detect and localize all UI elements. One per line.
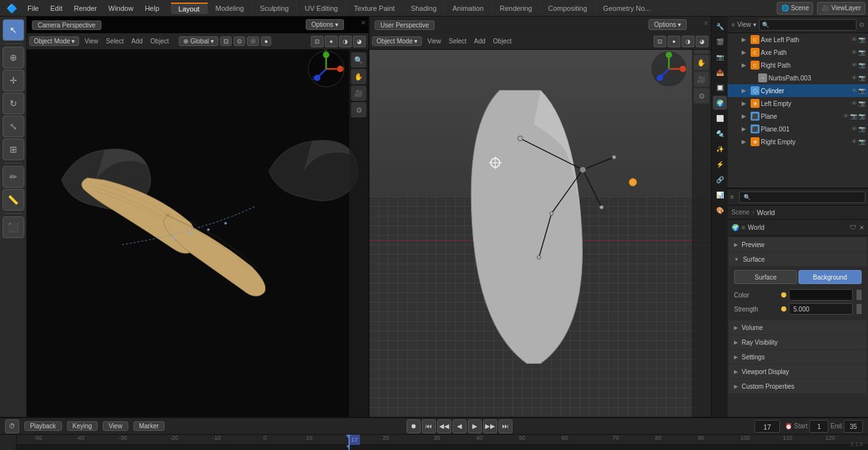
outliner-view-btn[interactable]: View ▾ [737,21,756,28]
outliner-filter-icon[interactable]: ⊙ [859,21,864,28]
timeline-type-icon[interactable]: ⏱ [5,419,19,433]
ray-visibility-header[interactable]: ▶ Ray Visibility [729,335,867,349]
vp-left-material[interactable]: ◑ [339,36,352,47]
menu-window[interactable]: Window [103,3,138,13]
menu-render[interactable]: Render [69,3,102,13]
playback-last[interactable]: ⏭ [498,419,513,433]
vp-left-solid[interactable]: ● [325,36,338,47]
vp-right-solid[interactable]: ● [668,36,680,47]
vp-left-global[interactable]: ⊕ Global ▾ [179,36,218,46]
vp-left-object-mode[interactable]: Object Mode ▾ [29,36,79,46]
vp-left-orbit[interactable]: 🎥 [351,86,366,101]
plane001-eye[interactable]: 👁 [851,126,857,132]
vp-right-view[interactable]: View [424,37,444,45]
menu-file[interactable]: File [22,3,44,13]
tab-render[interactable]: 📷 [713,50,727,64]
axe-path-eye[interactable]: 👁 [851,49,857,56]
playback-first[interactable]: ⏮ [422,419,436,433]
vp-right-object-mode[interactable]: Object Mode ▾ [372,36,422,46]
color-menu-btn[interactable] [857,290,862,300]
tab-modeling[interactable]: Modeling [208,3,253,13]
axe-left-path-camera[interactable]: 📷 [858,36,865,43]
nurbspath-camera[interactable]: 📷 [858,75,865,81]
viewport-camera[interactable]: Camera Perspective (17) Scene Collection… [27,17,370,417]
vp-left-gizmo[interactable]: X Y Z [307,50,345,88]
tab-layout[interactable]: Layout [171,3,208,14]
viewport-display-header[interactable]: ▶ Viewport Display [729,364,867,379]
timeline-playhead[interactable] [348,435,350,450]
outliner-item-plane[interactable]: ▶ ⬛ Plane 👁 📷 📷 [728,110,868,123]
preview-section-header[interactable]: ▶ Preview [729,237,867,251]
vp-left-rendered[interactable]: ◕ [353,36,366,47]
vp-left-view[interactable]: View [82,37,101,45]
nurbspath-eye[interactable]: 👁 [851,75,857,81]
outliner-item-nurbspath[interactable]: ▶ ~ NurbsPath.003 👁 📷 [728,71,868,84]
axe-left-path-eye[interactable]: 👁 [851,36,857,43]
axe-left-path-visibility[interactable]: 👁 📷 [851,36,865,43]
vp-right-orbit[interactable]: 🎥 [694,71,709,87]
props-nav-scene[interactable]: Scene [731,209,749,216]
outliner-search-input[interactable] [771,21,853,28]
outliner-item-axe-path[interactable]: ▶ C Axe Path 👁 📷 [728,46,868,59]
plane001-camera[interactable]: 📷 [858,126,865,132]
vp-left-toggle-fullscreen[interactable]: ✕ [361,19,366,26]
playback-next-keyframe[interactable]: ▶▶ [483,419,497,433]
strength-keyframe-dot[interactable] [781,306,786,311]
playback-play-backward[interactable]: ◀ [453,419,467,433]
tab-modifier[interactable]: 🔩 [713,126,727,140]
tab-sculpting[interactable]: Sculpting [252,3,297,13]
plane-render[interactable]: 📷 [858,113,865,119]
tab-object-data[interactable]: 📊 [713,188,727,202]
surface-tab-background[interactable]: Background [798,270,862,284]
vp-right-rendered[interactable]: ◕ [696,36,708,47]
playback-play[interactable]: ▶ [468,419,482,433]
tab-object[interactable]: ⬜ [713,111,727,125]
surface-tab-surface[interactable]: Surface [734,270,797,284]
strength-value[interactable]: 5.000 [789,303,853,315]
tab-shading[interactable]: Shading [403,3,445,13]
vp-right-options[interactable]: Options ▾ [648,19,687,30]
plane-camera[interactable]: 📷 [850,113,857,119]
vp-left-render-preview[interactable]: ⊙ [351,102,366,117]
vp-left-pan[interactable]: ✋ [351,69,366,84]
vp-right-pan[interactable]: ✋ [694,55,709,70]
timeline-playback-btn[interactable]: Playback [24,421,62,431]
tool-cursor[interactable]: ⊕ [3,47,24,68]
plane-eye[interactable]: 👁 [843,113,849,119]
tool-add[interactable]: ⬛ [3,216,24,238]
props-nav-world[interactable]: World [757,209,775,216]
vp-left-options[interactable]: Options ▾ [306,19,344,30]
vp-right-toggle[interactable]: ✕ [703,20,708,27]
tab-rendering[interactable]: Rendering [492,3,541,13]
tab-active-tool[interactable]: 🔧 [713,19,727,33]
vp-right-material[interactable]: ◑ [682,36,694,47]
vp-right-gizmo[interactable] [650,50,688,88]
vp-left-overlay[interactable]: ☉ [247,36,259,46]
tool-move[interactable]: ✛ [3,70,24,91]
vp-left-snap[interactable]: ⊡ [220,36,232,46]
menu-edit[interactable]: Edit [45,3,68,13]
world-close-icon[interactable]: ✕ [859,224,864,231]
vp-left-mode[interactable]: Camera Perspective [32,20,101,30]
tool-select[interactable]: ↖ [3,19,24,41]
timeline-marker-btn[interactable]: Marker [133,421,165,431]
left-empty-eye[interactable]: 👁 [851,100,857,107]
vp-right-render-preview[interactable]: ⊙ [694,88,709,103]
strength-menu-btn[interactable] [857,304,862,314]
vp-right-mode[interactable]: User Perspective [375,20,435,30]
color-keyframe-dot[interactable] [781,292,786,297]
tl-track-bg[interactable] [17,445,868,450]
tab-view-layer[interactable]: 🔲 [713,80,727,94]
menu-help[interactable]: Help [140,3,165,13]
tab-physics[interactable]: ⚡ [713,157,727,171]
right-path-eye[interactable]: 👁 [851,62,857,68]
viewlayer-selector[interactable]: ViewLayer [831,4,861,11]
custom-props-header[interactable]: ▶ Custom Properties [729,379,867,393]
vp-right-add[interactable]: Add [472,37,488,45]
vp-left-add[interactable]: Add [129,37,146,45]
outliner-item-plane001[interactable]: ▶ ⬛ Plane.001 👁 📷 [728,123,868,135]
props-collapse-icon[interactable]: ≡ [730,193,734,200]
surface-section-header[interactable]: ▼ Surface [729,252,867,266]
playback-prev-keyframe[interactable]: ◀◀ [437,419,451,433]
timeline-view-btn[interactable]: View [103,421,128,431]
